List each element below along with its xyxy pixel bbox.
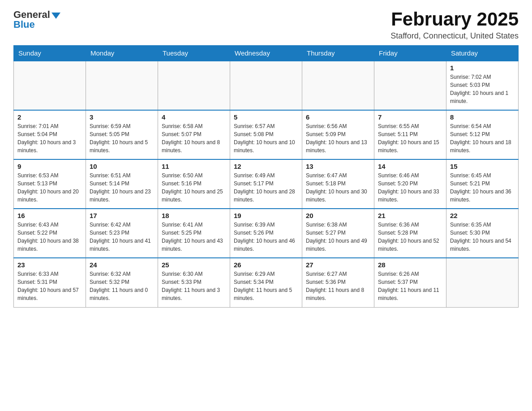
day-number: 28 — [378, 261, 442, 269]
calendar-cell: 20Sunrise: 6:38 AMSunset: 5:27 PMDayligh… — [302, 209, 374, 258]
day-info: Sunrise: 6:55 AMSunset: 5:11 PMDaylight:… — [378, 122, 442, 154]
day-number: 17 — [90, 212, 154, 219]
calendar-cell: 21Sunrise: 6:36 AMSunset: 5:28 PMDayligh… — [374, 209, 446, 258]
day-info: Sunrise: 7:01 AMSunset: 5:04 PMDaylight:… — [17, 122, 82, 154]
calendar-cell: 7Sunrise: 6:55 AMSunset: 5:11 PMDaylight… — [374, 110, 446, 159]
calendar-week-row-1: 1Sunrise: 7:02 AMSunset: 5:03 PMDaylight… — [14, 61, 519, 110]
calendar-cell: 12Sunrise: 6:49 AMSunset: 5:17 PMDayligh… — [230, 159, 302, 209]
calendar-cell: 27Sunrise: 6:27 AMSunset: 5:36 PMDayligh… — [302, 258, 374, 307]
calendar-header-row: SundayMondayTuesdayWednesdayThursdayFrid… — [14, 46, 519, 61]
day-number: 24 — [90, 261, 154, 269]
location-label: Stafford, Connecticut, United States — [390, 31, 519, 41]
title-block: February 2025 Stafford, Connecticut, Uni… — [390, 9, 519, 41]
day-info: Sunrise: 6:53 AMSunset: 5:13 PMDaylight:… — [17, 171, 82, 204]
day-number: 26 — [234, 261, 298, 269]
day-number: 25 — [162, 261, 226, 269]
calendar-cell: 16Sunrise: 6:43 AMSunset: 5:22 PMDayligh… — [14, 209, 86, 258]
day-number: 15 — [450, 163, 515, 170]
day-info: Sunrise: 6:26 AMSunset: 5:37 PMDaylight:… — [378, 270, 442, 302]
day-info: Sunrise: 6:54 AMSunset: 5:12 PMDaylight:… — [450, 122, 515, 154]
calendar-cell: 25Sunrise: 6:30 AMSunset: 5:33 PMDayligh… — [158, 258, 230, 307]
day-info: Sunrise: 6:29 AMSunset: 5:34 PMDaylight:… — [234, 270, 298, 302]
logo: General Blue — [13, 9, 60, 30]
calendar-cell: 17Sunrise: 6:42 AMSunset: 5:23 PMDayligh… — [86, 209, 158, 258]
calendar-cell: 9Sunrise: 6:53 AMSunset: 5:13 PMDaylight… — [14, 159, 86, 209]
calendar-cell: 26Sunrise: 6:29 AMSunset: 5:34 PMDayligh… — [230, 258, 302, 307]
calendar-cell — [302, 61, 374, 110]
day-info: Sunrise: 6:57 AMSunset: 5:08 PMDaylight:… — [234, 122, 298, 154]
day-number: 4 — [162, 113, 226, 121]
calendar-cell — [158, 61, 230, 110]
calendar-cell — [374, 61, 446, 110]
calendar-header-saturday: Saturday — [446, 46, 519, 61]
calendar-cell — [14, 61, 86, 110]
day-number: 13 — [306, 163, 370, 170]
calendar-cell: 2Sunrise: 7:01 AMSunset: 5:04 PMDaylight… — [14, 110, 86, 159]
day-info: Sunrise: 6:27 AMSunset: 5:36 PMDaylight:… — [306, 270, 370, 302]
day-number: 2 — [17, 113, 82, 121]
day-info: Sunrise: 6:39 AMSunset: 5:26 PMDaylight:… — [234, 221, 298, 253]
calendar-cell: 5Sunrise: 6:57 AMSunset: 5:08 PMDaylight… — [230, 110, 302, 159]
calendar-cell: 10Sunrise: 6:51 AMSunset: 5:14 PMDayligh… — [86, 159, 158, 209]
calendar-cell: 24Sunrise: 6:32 AMSunset: 5:32 PMDayligh… — [86, 258, 158, 307]
calendar-cell: 1Sunrise: 7:02 AMSunset: 5:03 PMDaylight… — [446, 61, 519, 110]
calendar-cell: 8Sunrise: 6:54 AMSunset: 5:12 PMDaylight… — [446, 110, 519, 159]
page-header: General Blue February 2025 Stafford, Con… — [13, 9, 519, 41]
calendar-cell: 11Sunrise: 6:50 AMSunset: 5:16 PMDayligh… — [158, 159, 230, 209]
day-number: 5 — [234, 113, 298, 121]
calendar-week-row-5: 23Sunrise: 6:33 AMSunset: 5:31 PMDayligh… — [14, 258, 519, 307]
calendar-cell: 19Sunrise: 6:39 AMSunset: 5:26 PMDayligh… — [230, 209, 302, 258]
logo-blue-label: Blue — [13, 19, 35, 30]
day-number: 21 — [378, 212, 442, 219]
day-number: 8 — [450, 113, 515, 121]
day-info: Sunrise: 6:51 AMSunset: 5:14 PMDaylight:… — [90, 171, 154, 204]
day-number: 6 — [306, 113, 370, 121]
day-info: Sunrise: 6:58 AMSunset: 5:07 PMDaylight:… — [162, 122, 226, 154]
day-number: 3 — [90, 113, 154, 121]
calendar-cell: 28Sunrise: 6:26 AMSunset: 5:37 PMDayligh… — [374, 258, 446, 307]
calendar-cell: 23Sunrise: 6:33 AMSunset: 5:31 PMDayligh… — [14, 258, 86, 307]
calendar-cell: 13Sunrise: 6:47 AMSunset: 5:18 PMDayligh… — [302, 159, 374, 209]
calendar-cell: 4Sunrise: 6:58 AMSunset: 5:07 PMDaylight… — [158, 110, 230, 159]
day-info: Sunrise: 6:43 AMSunset: 5:22 PMDaylight:… — [17, 221, 82, 253]
day-info: Sunrise: 6:36 AMSunset: 5:28 PMDaylight:… — [378, 221, 442, 253]
day-number: 18 — [162, 212, 226, 219]
day-info: Sunrise: 6:56 AMSunset: 5:09 PMDaylight:… — [306, 122, 370, 154]
day-number: 11 — [162, 163, 226, 170]
day-number: 14 — [378, 163, 442, 170]
calendar-cell: 6Sunrise: 6:56 AMSunset: 5:09 PMDaylight… — [302, 110, 374, 159]
day-info: Sunrise: 6:30 AMSunset: 5:33 PMDaylight:… — [162, 270, 226, 302]
calendar-cell: 22Sunrise: 6:35 AMSunset: 5:30 PMDayligh… — [446, 209, 519, 258]
day-number: 9 — [17, 163, 82, 170]
day-info: Sunrise: 6:38 AMSunset: 5:27 PMDaylight:… — [306, 221, 370, 253]
calendar-header-thursday: Thursday — [302, 46, 374, 61]
calendar-cell — [86, 61, 158, 110]
day-info: Sunrise: 6:35 AMSunset: 5:30 PMDaylight:… — [450, 221, 515, 253]
day-number: 22 — [450, 212, 515, 219]
calendar-table: SundayMondayTuesdayWednesdayThursdayFrid… — [13, 45, 519, 308]
calendar-cell: 15Sunrise: 6:45 AMSunset: 5:21 PMDayligh… — [446, 159, 519, 209]
day-info: Sunrise: 6:59 AMSunset: 5:05 PMDaylight:… — [90, 122, 154, 154]
calendar-cell — [230, 61, 302, 110]
calendar-header-wednesday: Wednesday — [230, 46, 302, 61]
day-info: Sunrise: 6:50 AMSunset: 5:16 PMDaylight:… — [162, 171, 226, 204]
calendar-cell: 18Sunrise: 6:41 AMSunset: 5:25 PMDayligh… — [158, 209, 230, 258]
calendar-cell: 14Sunrise: 6:46 AMSunset: 5:20 PMDayligh… — [374, 159, 446, 209]
day-info: Sunrise: 6:33 AMSunset: 5:31 PMDaylight:… — [17, 270, 82, 302]
calendar-header-tuesday: Tuesday — [158, 46, 230, 61]
calendar-cell: 3Sunrise: 6:59 AMSunset: 5:05 PMDaylight… — [86, 110, 158, 159]
calendar-cell — [446, 258, 519, 307]
calendar-header-friday: Friday — [374, 46, 446, 61]
day-info: Sunrise: 6:47 AMSunset: 5:18 PMDaylight:… — [306, 171, 370, 204]
day-number: 20 — [306, 212, 370, 219]
calendar-week-row-4: 16Sunrise: 6:43 AMSunset: 5:22 PMDayligh… — [14, 209, 519, 258]
day-info: Sunrise: 6:41 AMSunset: 5:25 PMDaylight:… — [162, 221, 226, 253]
month-title: February 2025 — [390, 9, 519, 30]
calendar-header-monday: Monday — [86, 46, 158, 61]
day-number: 19 — [234, 212, 298, 219]
calendar-header-sunday: Sunday — [14, 46, 86, 61]
logo-arrow-icon — [51, 13, 60, 19]
day-info: Sunrise: 7:02 AMSunset: 5:03 PMDaylight:… — [450, 73, 515, 105]
day-info: Sunrise: 6:32 AMSunset: 5:32 PMDaylight:… — [90, 270, 154, 302]
day-info: Sunrise: 6:46 AMSunset: 5:20 PMDaylight:… — [378, 171, 442, 204]
